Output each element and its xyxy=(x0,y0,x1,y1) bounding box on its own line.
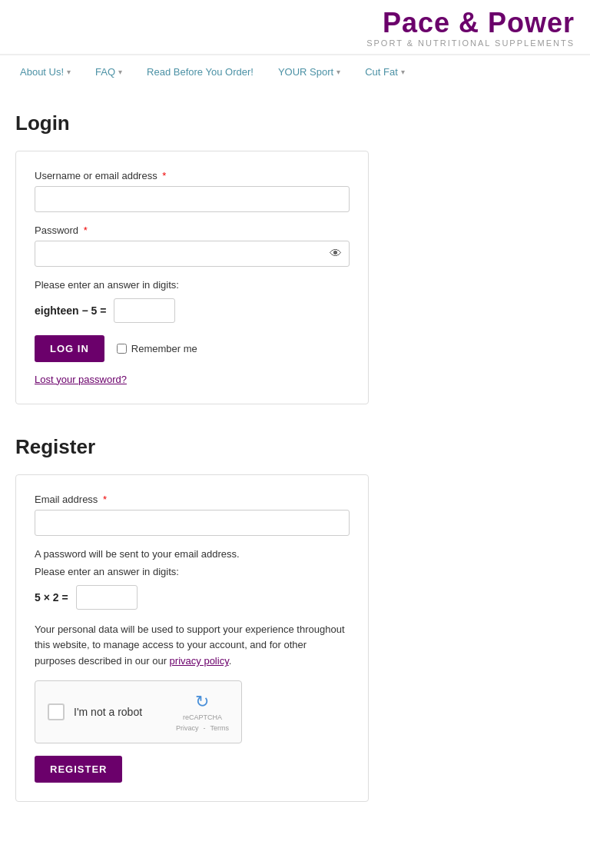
recaptcha-logo: ↻ reCAPTCHA Privacy - Terms xyxy=(176,692,229,732)
chevron-down-icon: ▾ xyxy=(336,68,340,76)
required-indicator: * xyxy=(84,224,88,236)
site-title: Pace & Power xyxy=(15,8,575,38)
recaptcha-icon: ↻ xyxy=(195,692,209,712)
nav-about[interactable]: About Us! ▾ xyxy=(8,55,83,88)
lost-password-link[interactable]: Lost your password? xyxy=(35,374,127,385)
main-content: Login Username or email address * Passwo… xyxy=(0,88,590,856)
captcha-instruction: Please enter an answer in digits: xyxy=(35,279,350,291)
captcha-instruction: Please enter an answer in digits: xyxy=(35,566,350,577)
remember-me-checkbox[interactable] xyxy=(117,344,127,354)
chevron-down-icon: ▾ xyxy=(118,68,122,76)
login-actions: LOG IN Remember me xyxy=(35,335,350,362)
email-input[interactable] xyxy=(35,510,350,536)
privacy-policy-link[interactable]: privacy policy xyxy=(170,655,229,667)
captcha-question: eighteen − 5 = xyxy=(35,304,106,317)
password-label: Password * xyxy=(35,224,350,236)
nav-cut-fat[interactable]: Cut Fat ▾ xyxy=(353,55,417,88)
remember-me-label[interactable]: Remember me xyxy=(117,343,197,354)
login-captcha-row: eighteen − 5 = xyxy=(35,298,350,323)
required-indicator: * xyxy=(103,494,107,505)
recaptcha-inner: I'm not a robot ↻ reCAPTCHA Privacy - Te… xyxy=(48,692,229,732)
site-subtitle: SPORT & NUTRITIONAL SUPPLEMENTS xyxy=(15,38,575,48)
required-indicator: * xyxy=(162,170,166,181)
main-nav: About Us! ▾ FAQ ▾ Read Before You Order!… xyxy=(0,55,590,88)
recaptcha-checkbox-area: I'm not a robot xyxy=(48,703,142,720)
recaptcha-box[interactable]: I'm not a robot ↻ reCAPTCHA Privacy - Te… xyxy=(35,680,242,743)
privacy-notice: Your personal data will be used to suppo… xyxy=(35,622,350,670)
chevron-down-icon: ▾ xyxy=(67,68,71,76)
nav-faq[interactable]: FAQ ▾ xyxy=(83,55,134,88)
username-label: Username or email address * xyxy=(35,170,350,181)
captcha-question: 5 × 2 = xyxy=(35,591,68,604)
nav-your-sport[interactable]: YOUR Sport ▾ xyxy=(266,55,353,88)
login-form-box: Username or email address * Password * 👁… xyxy=(15,151,369,404)
register-captcha-row: 5 × 2 = xyxy=(35,585,350,610)
captcha-answer-input[interactable] xyxy=(114,298,175,323)
site-header: Pace & Power SPORT & NUTRITIONAL SUPPLEM… xyxy=(0,0,590,55)
password-wrapper: 👁 xyxy=(35,241,350,267)
captcha-answer-input[interactable] xyxy=(76,585,138,610)
register-form-box: Email address * A password will be sent … xyxy=(15,474,369,802)
nav-read-before[interactable]: Read Before You Order! xyxy=(134,55,266,88)
not-robot-label: I'm not a robot xyxy=(74,706,142,718)
username-input[interactable] xyxy=(35,186,350,212)
toggle-password-icon[interactable]: 👁 xyxy=(330,247,342,261)
chevron-down-icon: ▾ xyxy=(401,68,405,76)
login-title: Login xyxy=(15,111,575,135)
login-button[interactable]: LOG IN xyxy=(35,335,104,362)
password-info: A password will be sent to your email ad… xyxy=(35,548,350,560)
email-label: Email address * xyxy=(35,494,350,505)
recaptcha-checkbox[interactable] xyxy=(48,703,65,720)
password-input[interactable] xyxy=(35,241,350,267)
register-button[interactable]: REGISTER xyxy=(35,756,122,783)
register-title: Register xyxy=(15,435,575,459)
recaptcha-links: Privacy - Terms xyxy=(176,724,229,732)
